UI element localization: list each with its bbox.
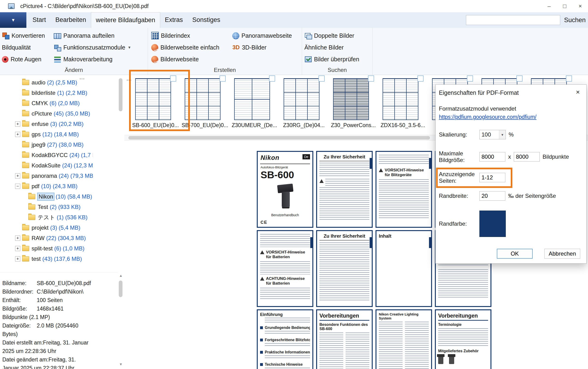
funktionszusatzmodule-button[interactable]: Funktionszusatzmodule ▾ (54, 42, 130, 53)
pdf-page-preview-3[interactable]: VORSICHT-Hinweise für Blitzgeräte (375, 151, 432, 228)
tree-scrollbar-thumb[interactable] (119, 78, 122, 111)
pdfium-link[interactable]: https://pdfium.googlesource.com/pdfium/ (439, 114, 536, 120)
thumbnail-checkbox[interactable] (566, 75, 572, 82)
tab-bearbeiten[interactable]: Bearbeiten (51, 12, 91, 28)
tree-item-raw[interactable]: +RAW(22) (304,3 MB) (0, 233, 93, 243)
tab-start[interactable]: Start (28, 12, 51, 28)
expander-plus-icon[interactable]: + (15, 122, 20, 127)
tree-item-bilderliste[interactable]: bilderliste(1) (2,2 MB) (0, 88, 93, 98)
expander-plus-icon[interactable]: + (15, 132, 20, 137)
thumbnail-checkbox[interactable] (318, 75, 325, 82)
tab-weitere-bildaufgaben[interactable]: weitere Bildaufgaben (91, 12, 160, 28)
expander-icon[interactable] (21, 194, 26, 199)
expander-icon[interactable] (15, 101, 20, 106)
dialog-close-button[interactable]: × (573, 87, 583, 97)
tree-item-gps[interactable]: +gps(12) (18,4 MB) (0, 129, 93, 140)
tree-item-pdf[interactable]: −pdf(10) (24,3 MB) (0, 181, 93, 192)
expander-icon[interactable] (15, 90, 20, 95)
expander-minus-icon[interactable]: − (15, 184, 20, 189)
thumbnail-z30powercons[interactable]: Z30_PowerCons... (330, 75, 377, 133)
tab-extras[interactable]: Extras (160, 12, 188, 28)
tree-item-cpicture[interactable]: cPicture(45) (35,0 MB) (0, 108, 93, 119)
search-input[interactable] (466, 15, 560, 25)
thumbnail-checkbox[interactable] (368, 75, 374, 82)
chevron-down-icon[interactable]: ▾ (499, 130, 506, 139)
tree-item-test[interactable]: +test(43) (137,6 MB) (0, 254, 93, 264)
pdf-page-preview-10[interactable]: Vorbereitungen Besondere Funktionen des … (316, 309, 373, 369)
tree-item-split-test[interactable]: +split-test(6) (1,0 MB) (0, 243, 93, 254)
tree-item-jpeg9[interactable]: jpeg9(27) (38,0 MB) (0, 140, 93, 150)
bilderwebseite-einfach-button[interactable]: Bilderwebseite einfach (151, 42, 219, 53)
pdf-page-preview-5[interactable]: VORSICHT-Hinweise für Batterien ACHTUNG-… (257, 230, 313, 307)
makroverarbeitung-button[interactable]: Makroverarbeitung (54, 54, 112, 65)
thumbnail-checkbox[interactable] (170, 75, 176, 82)
expander-plus-icon[interactable]: + (15, 246, 20, 251)
panoramawebseite-button[interactable]: Panoramawebseite (232, 30, 292, 41)
thumbnail-sb700[interactable]: SB-700_EU(De)0... (181, 75, 228, 133)
scroll-up-icon[interactable]: ▲ (119, 274, 123, 277)
bildqualitaet-button[interactable]: Bildqualität (2, 42, 31, 53)
pdf-page-preview-6[interactable]: Zu Ihrer Sicherheit (316, 230, 373, 307)
konvertieren-button[interactable]: Konvertieren (2, 30, 45, 41)
tab-sonstiges[interactable]: Sonstiges (187, 12, 225, 28)
expander-plus-icon[interactable]: + (15, 236, 20, 241)
tree-item-tesuto[interactable]: テスト(1) (536 KB) (0, 212, 93, 223)
tree-item-projekt[interactable]: projekt(3) (5,4 MB) (0, 223, 93, 233)
expander-icon[interactable] (15, 80, 20, 85)
pdf-page-preview-2[interactable]: Zu Ihrer Sicherheit (316, 151, 373, 228)
scroll-down-icon[interactable]: ▼ (119, 362, 123, 366)
maximize-button[interactable]: □ (557, 0, 572, 12)
tree-item-audio[interactable]: audio(2) (2,5 MB) (0, 77, 93, 88)
pages-to-show-input[interactable] (480, 173, 505, 182)
pdf-page-preview-11[interactable]: Nikon Creative Lighting System (375, 309, 432, 369)
pdf-page-preview-9[interactable]: Einführung Grundlegende Bedienung Fortge… (257, 309, 313, 369)
max-height-input[interactable] (514, 152, 540, 162)
pdf-page-preview-12[interactable]: Vorbereitungen Terminologie Mitgeliefert… (435, 309, 491, 369)
thumbnail-checkbox[interactable] (467, 75, 473, 82)
tree-item-kodakbgycc[interactable]: KodakBGYCC(24) (1,7 MB) (0, 150, 93, 160)
panorama-aufteilen-button[interactable]: Panorama aufteilen (54, 30, 115, 41)
expander-icon[interactable] (15, 153, 20, 158)
rote-augen-button[interactable]: Rote Augen (2, 54, 41, 65)
thumbnail-z30rg[interactable]: Z30RG_(De)04... (280, 75, 327, 133)
tree-item-panorama[interactable]: +panorama(24) (79,3 MB) (0, 171, 93, 181)
app-menu-button[interactable]: ▾ (0, 12, 26, 28)
thumbnail-checkbox[interactable] (516, 75, 522, 82)
max-width-input[interactable] (480, 152, 505, 162)
expander-icon[interactable] (15, 111, 20, 116)
margin-width-input[interactable] (480, 191, 505, 201)
tree-item-nikon[interactable]: Nikon(10) (58,4 MB) (0, 192, 93, 202)
expander-icon[interactable] (15, 142, 20, 147)
doppelte-bilder-button[interactable]: Doppelte Bilder (304, 30, 354, 41)
thumbnail-z30umeur[interactable]: Z30UMEUR_(De... (231, 75, 278, 133)
minimize-button[interactable]: – (541, 0, 557, 12)
thumbnail-zdx1650[interactable]: ZDX16-50_3.5-6... (379, 75, 426, 133)
bilder-ueberpruefen-button[interactable]: Bilder überprüfen (304, 54, 359, 65)
bilderwebseite-button[interactable]: Bilderwebseite (151, 54, 199, 65)
expander-icon[interactable] (15, 225, 20, 230)
thumbnail-checkbox[interactable] (417, 75, 423, 82)
tree-item-kodaksuite[interactable]: KodakSuite(24) (12,3 MB) (0, 160, 93, 171)
ok-button[interactable]: OK (497, 249, 533, 259)
pdf-page-preview-7[interactable]: Inhalt (375, 230, 432, 307)
bilderindex-button[interactable]: Bilderindex (151, 30, 190, 41)
cancel-button[interactable]: Abbrechen (544, 249, 580, 259)
border-color-swatch[interactable] (480, 211, 506, 237)
aehnliche-bilder-button[interactable]: Ähnliche Bilder (304, 42, 344, 53)
scrollbar-thumb[interactable] (128, 136, 430, 140)
expander-icon[interactable] (21, 205, 26, 210)
thumbnail-checkbox[interactable] (220, 75, 226, 82)
3d-bilder-button[interactable]: 3D 3D-Bilder (232, 42, 266, 53)
expander-icon[interactable] (15, 163, 20, 168)
info-scrollbar-thumb[interactable] (119, 281, 122, 297)
expander-plus-icon[interactable]: + (15, 173, 20, 178)
tree-item-test-pdf[interactable]: Test(2) (933 KB) (0, 202, 93, 212)
scaling-select[interactable]: 100 ▾ (480, 130, 506, 139)
thumbnail-sb600[interactable]: SB-600_EU(De)0... (132, 75, 179, 133)
expander-plus-icon[interactable]: + (15, 256, 20, 261)
thumbnail-checkbox[interactable] (269, 75, 275, 82)
expander-icon[interactable] (21, 215, 26, 220)
close-button[interactable]: × (572, 0, 588, 12)
tree-item-cmyk[interactable]: CMYK(6) (2,0 MB) (0, 98, 93, 108)
pdf-page-preview-1[interactable]: Nikon De Autofokus-Blitzgerät SB-600 Ben… (257, 151, 313, 228)
